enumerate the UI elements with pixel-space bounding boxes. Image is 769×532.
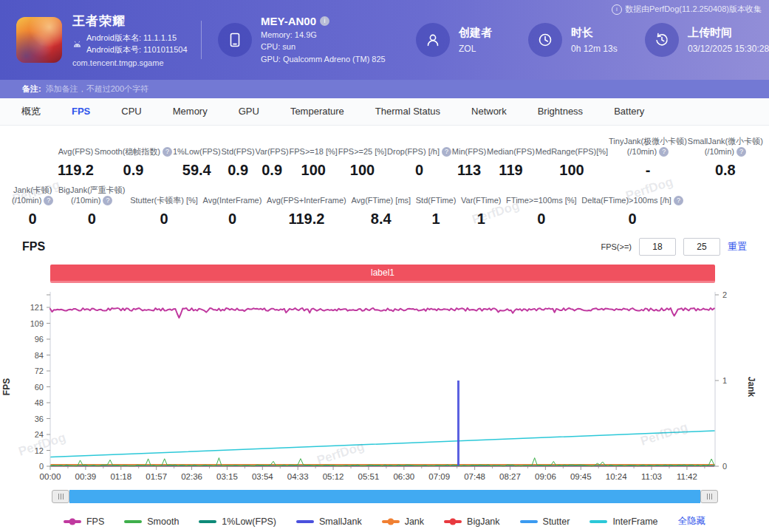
legend-label-1pct-low-fps: 1%Low(FPS) xyxy=(222,516,276,527)
perfdog-report-page: i 数据由PerfDog(11.2.250408)版本收集 王者荣耀 xyxy=(0,0,769,532)
stat-delta-ftime-value: 0 xyxy=(629,211,637,228)
svg-text:08:27: 08:27 xyxy=(499,472,521,481)
tab-network[interactable]: Network xyxy=(456,98,522,125)
help-icon[interactable]: ? xyxy=(103,196,112,205)
stat-ftime-ge-100ms-value: 0 xyxy=(537,211,545,228)
tab-brightness[interactable]: Brightness xyxy=(522,98,598,125)
duration-label: 时长 xyxy=(571,26,618,40)
tab-thermal-status[interactable]: Thermal Status xyxy=(360,98,456,125)
help-icon[interactable]: ? xyxy=(674,196,683,205)
remark-placeholder: 添加备注，不超过200个字符 xyxy=(46,83,148,95)
scrollbar-track[interactable] xyxy=(69,490,700,503)
legend-item-smooth[interactable]: Smooth xyxy=(124,516,179,527)
svg-text:03:15: 03:15 xyxy=(216,472,238,481)
legend-item-jank[interactable]: Jank xyxy=(382,516,424,527)
help-icon[interactable]: ? xyxy=(44,196,53,205)
svg-text:96: 96 xyxy=(35,335,44,344)
fps-chart[interactable]: 0122436486072849610912101200:0000:3901:1… xyxy=(0,287,769,488)
tab-bar: 概览FPSCPUMemoryGPUTemperatureThermal Stat… xyxy=(0,98,769,126)
svg-text:06:30: 06:30 xyxy=(393,472,414,481)
stat-std-ftime: Std(FTime)1 xyxy=(416,185,457,228)
fps-threshold-label: FPS(>=) xyxy=(601,242,632,251)
stat-stutter-label: Stutter(卡顿率) [%] xyxy=(130,185,198,205)
stat-bigjank-value: 0 xyxy=(88,211,96,228)
stat-std-fps-value: 0.9 xyxy=(228,162,248,179)
svg-text:24: 24 xyxy=(35,430,44,439)
stat-smooth-value: 0.9 xyxy=(123,162,144,179)
legend-label-interframe: InterFrame xyxy=(612,516,657,527)
help-icon[interactable]: ? xyxy=(736,147,746,157)
tab-temperature[interactable]: Temperature xyxy=(275,98,360,125)
stat-median-fps-value: 119 xyxy=(499,162,522,179)
device-name: MEY-AN00 xyxy=(261,15,316,27)
svg-text:02:36: 02:36 xyxy=(181,472,202,481)
device-gpu: GPU: Qualcomm Adreno (TM) 825 xyxy=(261,53,386,66)
hide-all-link[interactable]: 全隐藏 xyxy=(678,515,706,528)
legend-item-bigjank[interactable]: BigJank xyxy=(444,516,499,527)
legend-item-smalljank[interactable]: SmallJank xyxy=(296,516,362,527)
stat-std-fps-label: Std(FPS) xyxy=(222,136,255,157)
legend-label-bigjank: BigJank xyxy=(467,516,499,527)
reset-button[interactable]: 重置 xyxy=(728,240,747,253)
help-icon[interactable]: ? xyxy=(442,147,451,157)
svg-text:00:00: 00:00 xyxy=(40,472,61,481)
stats-row-2: Jank(卡顿)(/10min)?0BigJank(严重卡顿)(/10min)?… xyxy=(0,179,769,228)
legend-item-fps[interactable]: FPS xyxy=(64,516,104,527)
stat-avg-ftime: Avg(FTime) [ms]8.4 xyxy=(351,185,411,228)
stat-tinyjank-value: - xyxy=(646,162,651,179)
stat-std-ftime-value: 1 xyxy=(432,211,440,228)
stat-bigjank-label: BigJank(严重卡顿)(/10min)? xyxy=(58,185,125,205)
history-clock-icon xyxy=(645,23,679,57)
stat-var-fps-label: Var(FPS) xyxy=(256,136,289,157)
stat-smooth-label: Smooth(稳帧指数)? xyxy=(95,136,172,157)
legend-label-smooth: Smooth xyxy=(147,516,179,527)
tab-cpu[interactable]: CPU xyxy=(106,98,157,125)
svg-text:121: 121 xyxy=(30,303,44,312)
svg-text:84: 84 xyxy=(35,351,44,360)
svg-text:109: 109 xyxy=(30,319,44,328)
tab-gpu[interactable]: GPU xyxy=(223,98,275,125)
stat-fps-ge-18-value: 100 xyxy=(301,162,326,179)
legend-item-interframe[interactable]: InterFrame xyxy=(589,516,657,527)
help-icon[interactable]: ? xyxy=(659,147,669,157)
fps-section-header: FPS FPS(>=) 重置 xyxy=(0,236,769,257)
fps-section-title: FPS xyxy=(22,240,45,253)
legend-item-1pct-low-fps[interactable]: 1%Low(FPS) xyxy=(199,516,276,527)
legend-item-stutter[interactable]: Stutter xyxy=(520,516,570,527)
help-icon[interactable]: ? xyxy=(163,147,172,157)
svg-text:05:12: 05:12 xyxy=(323,472,344,481)
svg-text:60: 60 xyxy=(35,383,44,392)
stat-median-fps-label: Median(FPS) xyxy=(487,136,535,157)
svg-text:05:51: 05:51 xyxy=(358,472,380,481)
stat-std-ftime-label: Std(FTime) xyxy=(416,185,457,205)
stat-std-fps: Std(FPS)0.9 xyxy=(222,136,255,179)
tab-fps[interactable]: FPS xyxy=(56,98,106,125)
svg-text:07:09: 07:09 xyxy=(428,472,450,481)
tab-memory[interactable]: Memory xyxy=(157,98,223,125)
tab-battery[interactable]: Battery xyxy=(598,98,660,125)
svg-text:01:57: 01:57 xyxy=(146,472,167,481)
svg-text:11:42: 11:42 xyxy=(677,472,697,481)
svg-text:04:33: 04:33 xyxy=(287,472,309,481)
scrollbar-left-grip[interactable] xyxy=(52,490,69,503)
svg-text:03:54: 03:54 xyxy=(252,472,273,481)
stat-avg-fps-interframe-value: 119.2 xyxy=(288,211,324,228)
stat-var-ftime: Var(FTime)1 xyxy=(461,185,501,228)
stat-1pct-low-fps: 1%Low(FPS)59.4 xyxy=(173,136,221,179)
stat-var-ftime-value: 1 xyxy=(477,211,485,228)
svg-text:48: 48 xyxy=(35,398,44,407)
chart-legend: FPSSmooth1%Low(FPS)SmallJankJankBigJankS… xyxy=(0,515,769,528)
stat-1pct-low-fps-label: 1%Low(FPS) xyxy=(173,136,221,157)
svg-text:2: 2 xyxy=(722,290,727,299)
collect-note-text: 数据由PerfDog(11.2.250408)版本收集 xyxy=(625,4,762,15)
remark-bar[interactable]: 备注: 添加备注，不超过200个字符 xyxy=(0,80,769,98)
fps-threshold-input-1[interactable] xyxy=(639,238,676,256)
device-info-icon[interactable]: i xyxy=(320,16,329,26)
scrollbar-right-grip[interactable] xyxy=(700,490,718,503)
stat-var-ftime-label: Var(FTime) xyxy=(461,185,501,205)
stat-fps-ge-18: FPS>=18 [%]100 xyxy=(289,136,337,179)
legend-label-jank: Jank xyxy=(405,516,424,527)
fps-threshold-input-2[interactable] xyxy=(683,238,720,256)
upload-value: 03/12/2025 15:30:28 xyxy=(688,44,769,54)
tab-overview[interactable]: 概览 xyxy=(6,98,56,125)
